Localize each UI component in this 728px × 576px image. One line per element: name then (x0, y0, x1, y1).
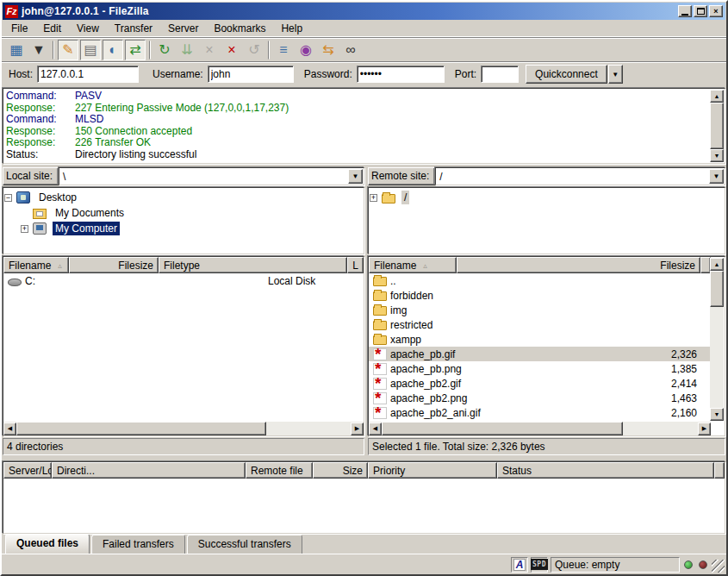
column-header[interactable]: Filename ▵ (3, 257, 69, 273)
port-input[interactable] (481, 66, 519, 83)
site-manager-dropdown[interactable]: ▼ (28, 40, 49, 60)
log-scrollbar[interactable]: ▲ ▼ (710, 90, 724, 162)
menu-item[interactable]: Server (160, 21, 206, 36)
menu-item[interactable]: Bookmarks (206, 21, 273, 36)
local-site-combo[interactable]: \ ▼ (59, 167, 364, 185)
queue-tab[interactable]: Failed transfers (91, 535, 185, 554)
column-header[interactable]: Server/Local file (3, 462, 52, 479)
password-input[interactable] (357, 66, 445, 83)
file-row[interactable]: xampp (369, 332, 711, 347)
tree-item-label[interactable]: / (401, 191, 409, 204)
tree-item[interactable]: My Documents (21, 205, 363, 221)
file-row[interactable]: apache_pb.png 1,385 (369, 361, 711, 376)
column-header[interactable]: Remote file (246, 462, 313, 479)
tree-expander[interactable]: + (21, 225, 28, 233)
transfer-type-indicator[interactable]: A (511, 557, 528, 573)
maximize-button[interactable] (694, 5, 707, 17)
queue-body[interactable] (3, 479, 725, 533)
sync-browsing-button[interactable]: ⇆ (318, 40, 339, 60)
refresh-button[interactable]: ↻ (154, 40, 175, 60)
toolbar-separator[interactable] (268, 41, 270, 59)
column-header[interactable]: L (347, 257, 364, 273)
compare-button[interactable]: ◉ (296, 40, 316, 60)
remote-site-dropdown[interactable]: ▼ (709, 169, 724, 184)
remote-vscrollbar[interactable]: ▲ ▼ (710, 258, 724, 421)
tree-item[interactable]: − Desktop (4, 190, 363, 205)
toggle-remote-tree-button[interactable]: ◐ (103, 40, 123, 60)
tree-item[interactable]: + / (370, 190, 724, 205)
file-row[interactable]: apache_pb.gif 2,326 (369, 347, 711, 361)
scrollbar-thumb[interactable] (710, 271, 724, 307)
search-button[interactable]: ∞ (340, 40, 361, 60)
column-header[interactable]: Filetype (159, 257, 347, 273)
resize-grip[interactable] (712, 560, 725, 573)
column-header[interactable]: Size (313, 462, 368, 479)
tree-expander[interactable]: − (4, 194, 12, 202)
column-header[interactable]: Filesize (457, 257, 700, 273)
tree-item-label[interactable]: Desktop (36, 191, 79, 204)
menu-item[interactable]: Edit (35, 21, 69, 36)
process-queue-button[interactable]: ⇊ (177, 40, 197, 60)
quickconnect-dropdown[interactable]: ▼ (608, 65, 623, 84)
file-row[interactable]: apache_pb2.png 1,463 (369, 391, 711, 405)
column-header[interactable]: Priority (368, 462, 497, 479)
username-input[interactable] (208, 66, 294, 83)
file-row[interactable]: img (369, 303, 711, 317)
scrollbar-thumb[interactable] (382, 422, 623, 435)
scroll-down-icon[interactable]: ▼ (710, 408, 724, 421)
close-button[interactable]: × (709, 5, 723, 17)
toggle-log-button[interactable]: ✎ (58, 40, 78, 60)
file-row[interactable]: apache_pb2_ani.gif 2,160 (369, 405, 711, 420)
scroll-right-icon[interactable]: ▶ (351, 423, 364, 435)
remote-site-combo[interactable]: / ▼ (435, 167, 725, 185)
menu-item[interactable]: Transfer (107, 21, 160, 36)
column-header[interactable]: Filesize (69, 257, 159, 273)
filter-button[interactable]: ≡ (273, 40, 294, 60)
column-header[interactable]: Status (497, 462, 714, 479)
reconnect-button[interactable]: ↺ (244, 40, 264, 60)
tree-item-label[interactable]: My Documents (53, 206, 127, 220)
scroll-left-icon[interactable]: ◀ (369, 423, 382, 435)
folder-icon (373, 291, 387, 301)
title-bar[interactable]: Fz john@127.0.0.1 - FileZilla × (3, 3, 725, 20)
log-line: Response: 227 Entering Passive Mode (127… (6, 102, 709, 114)
tree-item-label[interactable]: My Computer (53, 222, 120, 235)
file-row[interactable]: .. (369, 273, 711, 288)
tree-item[interactable]: + My Computer (21, 221, 363, 236)
file-size: 2,160 (613, 405, 701, 420)
scroll-up-icon[interactable]: ▲ (710, 90, 724, 103)
scrollbar-thumb[interactable] (710, 103, 724, 149)
file-row[interactable]: forbidden (369, 288, 711, 303)
minimize-button[interactable] (678, 5, 692, 17)
toggle-queue-button[interactable]: ⇄ (125, 40, 146, 60)
column-header[interactable] (714, 462, 725, 479)
disconnect-button[interactable]: × (221, 40, 242, 60)
local-hscrollbar[interactable]: ◀ ▶ (3, 422, 364, 435)
scroll-up-icon[interactable]: ▲ (710, 258, 724, 271)
menu-item[interactable]: File (3, 21, 35, 36)
queue-tab[interactable]: Successful transfers (187, 535, 302, 554)
toolbar-separator[interactable] (53, 41, 54, 59)
tree-expander[interactable]: + (370, 194, 377, 202)
scroll-right-icon[interactable]: ▶ (698, 423, 711, 435)
queue-tab[interactable]: Queued files (5, 534, 90, 554)
file-row[interactable]: restricted (369, 317, 711, 332)
column-header[interactable]: Directi... (52, 462, 246, 479)
menu-item[interactable]: Help (273, 21, 310, 36)
scrollbar-thumb[interactable] (16, 422, 266, 435)
file-row[interactable]: apache_pb2.gif 2,414 (369, 376, 711, 391)
menu-item[interactable]: View (69, 21, 107, 36)
toolbar-separator[interactable] (149, 41, 151, 59)
site-manager-button[interactable]: ▦ (6, 40, 27, 60)
file-row[interactable]: C: Local Disk (3, 273, 364, 288)
scroll-left-icon[interactable]: ◀ (3, 423, 16, 435)
scroll-down-icon[interactable]: ▼ (710, 149, 724, 162)
column-header[interactable]: Filename ▵ (369, 257, 457, 273)
cancel-button[interactable]: × (199, 40, 220, 60)
remote-hscrollbar[interactable]: ◀ ▶ (369, 422, 711, 435)
toggle-local-tree-button[interactable]: ▤ (80, 40, 101, 60)
speed-limit-indicator[interactable]: SPD (531, 557, 548, 573)
host-input[interactable] (37, 66, 139, 83)
quickconnect-button[interactable]: Quickconnect (526, 65, 607, 84)
local-site-dropdown[interactable]: ▼ (348, 169, 363, 184)
